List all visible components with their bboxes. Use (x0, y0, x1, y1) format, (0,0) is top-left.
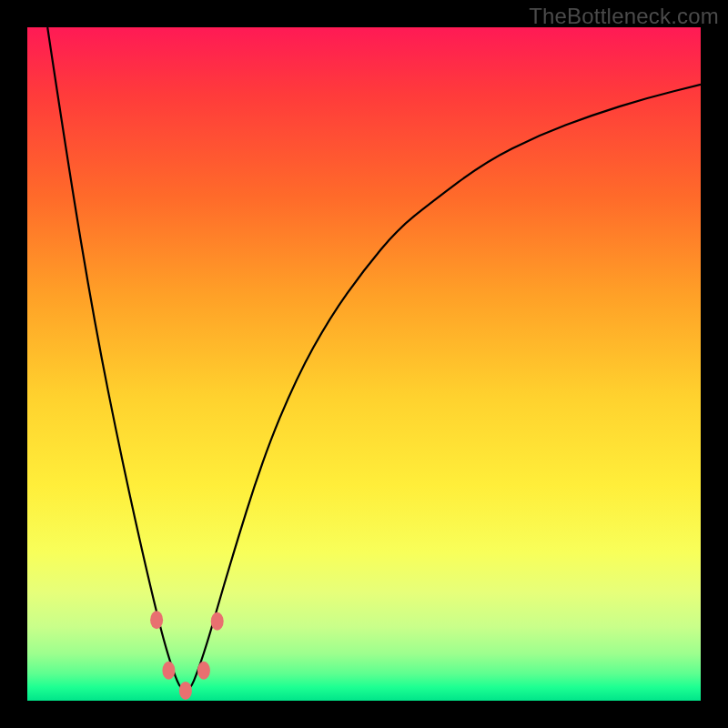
curve-marker (162, 662, 175, 680)
curve-marker (211, 612, 224, 631)
watermark-text: TheBottleneck.com (529, 4, 719, 29)
bottleneck-curve (27, 27, 701, 701)
curve-marker (150, 611, 163, 629)
chart-frame: TheBottleneck.com (0, 0, 728, 728)
curve-line (47, 27, 701, 691)
curve-marker (179, 682, 192, 700)
curve-marker (197, 662, 210, 680)
plot-area (27, 27, 701, 701)
curve-markers (150, 611, 224, 700)
